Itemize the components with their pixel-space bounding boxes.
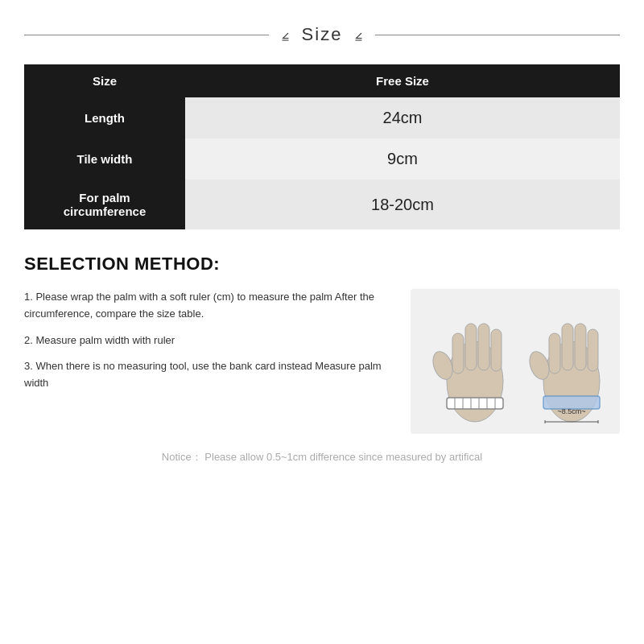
- table-row-label: Length: [24, 97, 185, 138]
- svg-rect-5: [491, 329, 502, 371]
- svg-rect-15: [549, 333, 560, 374]
- title-line-left: [24, 35, 269, 35]
- table-row-label: Tile width: [24, 138, 185, 180]
- table-row-label: For palm circumference: [24, 180, 185, 229]
- svg-rect-2: [452, 333, 464, 374]
- table-header-col2: Free Size: [185, 64, 620, 97]
- svg-rect-17: [575, 324, 586, 370]
- svg-rect-3: [465, 324, 477, 370]
- svg-text:~8.5cm~: ~8.5cm~: [557, 407, 585, 415]
- chevron-down-icon-right: ⦤: [355, 27, 362, 42]
- table-row: Tile width9cm: [24, 138, 620, 180]
- chevron-down-icon-left: ⦤: [282, 27, 289, 42]
- selection-content: 1. Please wrap the palm with a soft rule…: [24, 289, 620, 434]
- table-row-value: 24cm: [185, 97, 620, 138]
- size-title: Size: [302, 24, 343, 45]
- step-2: 2. Measure palm width with ruler: [24, 332, 394, 349]
- table-header-col1: Size: [24, 64, 185, 97]
- selection-section: SELECTION METHOD: 1. Please wrap the pal…: [24, 254, 620, 434]
- svg-rect-16: [562, 324, 573, 370]
- selection-title: SELECTION METHOD:: [24, 254, 620, 275]
- title-section: ⦤ Size ⦤: [24, 24, 620, 45]
- svg-rect-18: [588, 329, 598, 371]
- table-row-value: 18-20cm: [185, 180, 620, 229]
- step-1: 1. Please wrap the palm with a soft rule…: [24, 289, 394, 323]
- table-row-value: 9cm: [185, 138, 620, 180]
- step-3: 3. When there is no measuring tool, use …: [24, 358, 394, 392]
- page-wrapper: ⦤ Size ⦤ Size Free Size Length24cmTile w…: [0, 0, 644, 644]
- table-header-row: Size Free Size: [24, 64, 620, 97]
- glove-svg: ~8.5cm~: [411, 289, 620, 434]
- svg-rect-4: [478, 324, 489, 370]
- selection-text: 1. Please wrap the palm with a soft rule…: [24, 289, 394, 402]
- selection-image: ~8.5cm~: [411, 289, 620, 434]
- notice-text: Notice： Please allow 0.5~1cm difference …: [24, 450, 620, 464]
- size-table: Size Free Size Length24cmTile width9cmFo…: [24, 64, 620, 229]
- title-line-right: [375, 35, 620, 35]
- table-row: Length24cm: [24, 97, 620, 138]
- table-row: For palm circumference18-20cm: [24, 180, 620, 229]
